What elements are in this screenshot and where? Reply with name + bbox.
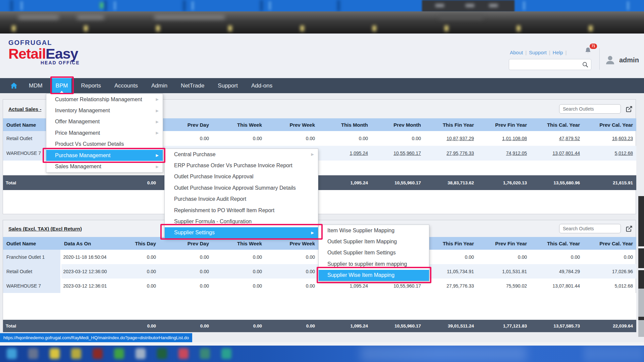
submenu-arrow-icon: ▶ bbox=[311, 231, 314, 235]
taskbar-icon[interactable] bbox=[28, 348, 38, 359]
total-value-cell: 22,039.64 bbox=[583, 320, 636, 332]
browser-chrome bbox=[0, 0, 644, 34]
menu-item-sales-management[interactable]: Sales Management▶ bbox=[46, 161, 163, 172]
column-header-prev-week[interactable]: Prev Week bbox=[265, 237, 318, 250]
nav-item-add-ons[interactable]: Add-ons bbox=[247, 78, 277, 93]
taskbar-icon[interactable] bbox=[221, 348, 231, 359]
search-outlets-input[interactable] bbox=[559, 104, 621, 114]
column-header-this-cal-year[interactable]: This Cal. Year bbox=[530, 237, 583, 250]
about-link[interactable]: About bbox=[510, 50, 523, 55]
column-header-this-day[interactable]: This Day bbox=[109, 237, 159, 250]
column-header-data-as-on[interactable]: Data As On bbox=[61, 237, 109, 250]
column-header-this-month[interactable]: This Month bbox=[318, 118, 371, 131]
value-cell: 27,95,776.33 bbox=[424, 146, 477, 161]
nav-item-nettrade[interactable]: NetTrade bbox=[176, 78, 209, 93]
drilldown-link[interactable]: 1,095.24 bbox=[350, 150, 368, 156]
menu-item-replenishment-to-po-writeoff-item-report[interactable]: Replenishment to PO Writeoff Item Report bbox=[165, 205, 318, 216]
taskbar-icon[interactable] bbox=[157, 348, 167, 359]
menu-item-supplier-to-supplier-item-mapping[interactable]: Supplier to supplier item mapping bbox=[319, 258, 429, 269]
taskbar-icon[interactable] bbox=[136, 348, 146, 359]
column-header-this-fin-year[interactable]: This Fin Year bbox=[424, 118, 477, 131]
drilldown-link[interactable]: 13,07,801.44 bbox=[552, 150, 580, 156]
menu-item-inventory-management[interactable]: Inventory Management▶ bbox=[46, 105, 163, 116]
menu-item-purchase-management[interactable]: Purchase Management▶ bbox=[46, 150, 163, 161]
total-value-cell: 1,77,121.83 bbox=[477, 320, 530, 332]
column-header-this-week[interactable]: This Week bbox=[212, 118, 265, 131]
drilldown-link[interactable]: 27,95,776.33 bbox=[446, 150, 474, 156]
total-label: Total bbox=[3, 320, 61, 332]
column-header-prev-day[interactable]: Prev Day bbox=[159, 237, 212, 250]
menu-item-label: Outlet Supplier Item Mapping bbox=[327, 239, 397, 245]
global-search-input[interactable] bbox=[512, 60, 579, 69]
drilldown-link[interactable]: 47,879.52 bbox=[559, 136, 580, 141]
menu-item-outlet-supplier-item-settings[interactable]: Outlet Supplier Item Settings bbox=[319, 247, 429, 258]
nav-item-mdm[interactable]: MDM bbox=[24, 78, 47, 93]
menu-item-customer-relationship-management[interactable]: Customer Relationship Management▶ bbox=[46, 94, 163, 105]
total-value-cell bbox=[61, 175, 109, 190]
home-button[interactable] bbox=[10, 78, 18, 93]
nav-item-bpm[interactable]: BPM bbox=[52, 78, 72, 93]
menu-item-outlet-purchase-invoice-approval[interactable]: Outlet Purchase Invoice Approval bbox=[165, 171, 318, 182]
drilldown-link[interactable]: 74,912.05 bbox=[506, 150, 527, 156]
nav-item-reports[interactable]: Reports bbox=[76, 78, 106, 93]
drilldown-link[interactable]: 10,87,937.29 bbox=[446, 136, 474, 141]
drilldown-link[interactable]: 10,55,960.17 bbox=[393, 150, 421, 156]
menu-item-offer-management[interactable]: Offer Management▶ bbox=[46, 116, 163, 127]
column-header-this-cal-year[interactable]: This Cal. Year bbox=[530, 118, 583, 131]
taskbar-icon[interactable] bbox=[71, 348, 81, 359]
nav-item-support[interactable]: Support bbox=[213, 78, 243, 93]
notification-bell[interactable]: 71 bbox=[584, 46, 592, 56]
taskbar-icon[interactable] bbox=[93, 348, 103, 359]
menu-attach-caret bbox=[60, 91, 64, 93]
drilldown-link[interactable]: 16,603.23 bbox=[612, 136, 633, 141]
open-in-new-window-icon[interactable] bbox=[625, 225, 633, 233]
column-header-this-week[interactable]: This Week bbox=[212, 237, 265, 250]
total-value-cell: 10,55,960.17 bbox=[371, 320, 424, 332]
total-value-cell: 0.00 bbox=[265, 320, 318, 332]
value-cell: 10,55,960.17 bbox=[371, 146, 424, 161]
drilldown-link[interactable]: 1,01,108.08 bbox=[502, 136, 527, 141]
user-menu[interactable]: admin bbox=[604, 54, 639, 66]
column-header-prev-cal-year[interactable]: Prev Cal. Year bbox=[583, 118, 636, 131]
nav-item-admin[interactable]: Admin bbox=[147, 78, 172, 93]
column-header-prev-day[interactable]: Prev Day bbox=[159, 118, 212, 131]
menu-item-supplier-formula-configuration[interactable]: Supplier Formula - Configuration bbox=[165, 216, 318, 227]
taskbar-icon[interactable] bbox=[178, 348, 189, 359]
menu-item-purchase-invoice-audit-report[interactable]: Purchase Invoice Audit Report bbox=[165, 194, 318, 205]
scrollbar[interactable] bbox=[638, 196, 644, 337]
taskbar-icon[interactable] bbox=[200, 348, 210, 359]
column-header-prev-cal-year[interactable]: Prev Cal. Year bbox=[583, 237, 636, 250]
menu-item-supplier-settings[interactable]: Supplier Settings▶ bbox=[165, 227, 318, 238]
help-link[interactable]: Help bbox=[553, 50, 563, 55]
menu-item-erp-purchase-order-vs-purchase-invoice-report[interactable]: ERP Purchase Order Vs Purchase Invoice R… bbox=[165, 160, 318, 171]
value-cell: 0.00 bbox=[159, 264, 212, 279]
menu-item-outlet-supplier-item-mapping[interactable]: Outlet Supplier Item Mapping bbox=[319, 236, 429, 247]
taskbar-icon[interactable] bbox=[114, 348, 124, 359]
column-header-this-fin-year[interactable]: This Fin Year bbox=[424, 237, 477, 250]
search-outlets-input[interactable] bbox=[559, 224, 621, 233]
column-header-prev-fin-year[interactable]: Prev Fin Year bbox=[477, 237, 530, 250]
drilldown-link[interactable]: 5,012.68 bbox=[615, 150, 633, 156]
value-cell: 13,07,801.44 bbox=[530, 279, 583, 293]
menu-item-price-management[interactable]: Price Management▶ bbox=[46, 127, 163, 138]
menu-item-label: Customer Relationship Management bbox=[55, 97, 142, 103]
menu-item-central-purchase[interactable]: Central Purchase▶ bbox=[165, 149, 318, 160]
total-value-cell: 13,57,585.73 bbox=[530, 320, 583, 332]
search-icon[interactable] bbox=[582, 61, 589, 68]
value-cell: 10,87,937.29 bbox=[424, 131, 477, 146]
column-header-outlet-name[interactable]: Outlet Name bbox=[3, 237, 61, 250]
value-cell: 16,603.23 bbox=[583, 131, 636, 146]
column-header-prev-month[interactable]: Prev Month bbox=[371, 118, 424, 131]
menu-item-product-vs-customer-details[interactable]: Product Vs Customer Details bbox=[46, 139, 163, 150]
column-header-prev-fin-year[interactable]: Prev Fin Year bbox=[477, 118, 530, 131]
nav-item-accounts[interactable]: Accounts bbox=[110, 78, 143, 93]
value-cell: 0.00 bbox=[109, 250, 159, 264]
open-in-new-window-icon[interactable] bbox=[625, 105, 633, 113]
menu-item-outlet-purchase-invoice-approval-summary-details[interactable]: Outlet Purchase Invoice Approval Summary… bbox=[165, 182, 318, 193]
taskbar-icon[interactable] bbox=[7, 348, 17, 359]
taskbar-icon[interactable] bbox=[50, 348, 60, 359]
column-header-prev-week[interactable]: Prev Week bbox=[265, 118, 318, 131]
menu-item-item-wise-supplier-mapping[interactable]: Item Wise Supplier Mapping bbox=[319, 225, 429, 236]
menu-item-supplier-wise-item-mapping[interactable]: Supplier Wise Item Mapping bbox=[319, 270, 429, 281]
support-link[interactable]: Support bbox=[529, 50, 547, 55]
